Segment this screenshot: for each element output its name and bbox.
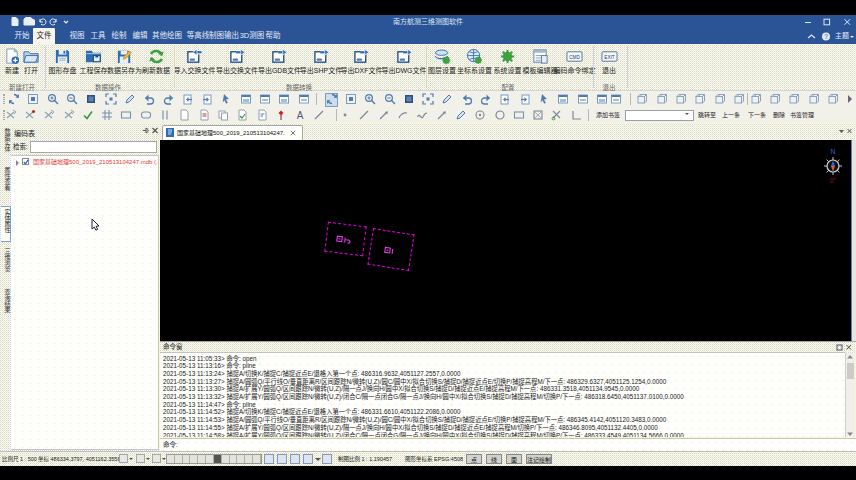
- svg-text:?: ?: [824, 33, 828, 40]
